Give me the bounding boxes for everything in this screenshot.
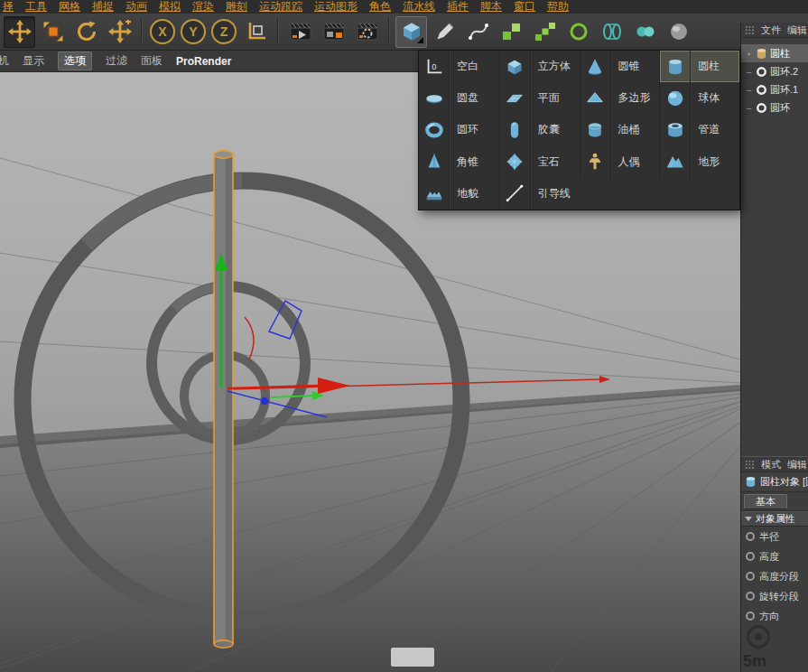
move-gizmo[interactable] <box>215 253 350 417</box>
object-properties-section[interactable]: 对象属性 <box>741 511 808 527</box>
menu-item-mograph[interactable]: 运动图形 <box>314 1 358 13</box>
last-tool-button[interactable] <box>104 16 135 48</box>
primitive-item-pyramid[interactable]: 角锥 <box>419 146 499 178</box>
primitive-item-gem[interactable]: 宝石 <box>499 146 580 178</box>
selected-cylinder[interactable] <box>214 151 233 648</box>
render-view-button[interactable] <box>284 16 316 48</box>
viewport-menu-prorender[interactable]: ProRender <box>176 55 231 68</box>
menu-item-simulate[interactable]: 模拟 <box>159 1 181 13</box>
rotate-tool-button[interactable] <box>70 16 102 48</box>
property-row-rotation-segments[interactable]: 旋转分段 <box>741 586 808 606</box>
metaball-button[interactable] <box>629 16 661 48</box>
panel-grip-icon[interactable] <box>745 460 755 470</box>
z-axis-lock-button[interactable]: Z <box>211 19 237 44</box>
keyframe-ring-icon[interactable] <box>746 572 755 581</box>
property-row-orientation[interactable]: 方向 <box>741 606 808 626</box>
object-row-torus-1[interactable]: ‒ 圆环.1 <box>741 80 808 98</box>
object-row-torus-2[interactable]: ‒ 圆环.2 <box>741 62 808 80</box>
menu-item-script[interactable]: 脚本 <box>480 1 502 13</box>
field-icon <box>567 20 590 43</box>
primitive-item-tube[interactable]: 管道 <box>659 114 739 145</box>
menu-item-help[interactable]: 帮助 <box>547 1 569 13</box>
render-settings-button[interactable] <box>351 16 383 48</box>
menu-item-character[interactable]: 角色 <box>369 1 391 13</box>
primitive-item-cylinder[interactable]: 圆柱 <box>659 51 739 82</box>
om-menu-file[interactable]: 文件 <box>761 23 781 37</box>
om-menu-edit[interactable]: 编辑 <box>787 23 807 37</box>
primitive-item-plane[interactable]: 平面 <box>499 82 580 114</box>
keyframe-ring-icon[interactable] <box>746 592 755 601</box>
object-label: 圆柱 <box>770 47 790 61</box>
menu-item-plugins[interactable]: 插件 <box>447 1 469 13</box>
primitive-item-cone[interactable]: 圆锥 <box>580 51 660 82</box>
viewport-menu-camera-partial[interactable]: 机 <box>0 53 9 69</box>
viewport-menu-options[interactable]: 选项 <box>58 51 92 70</box>
x-handle-arrowhead[interactable] <box>318 378 350 394</box>
primitive-label: 球体 <box>691 90 720 106</box>
y-axis-lock-button[interactable]: Y <box>181 19 206 44</box>
property-row-height[interactable]: 高度 <box>741 546 808 566</box>
viewport-menu-display[interactable]: 显示 <box>23 53 44 69</box>
move-tool-button[interactable] <box>4 16 35 48</box>
primitive-item-sphere[interactable]: 球体 <box>659 82 739 114</box>
x-axis-lock-button[interactable]: X <box>150 19 175 44</box>
attr-menu-edit[interactable]: 编辑 <box>787 458 807 471</box>
render-picture-viewer-button[interactable] <box>318 16 349 48</box>
property-label: 高度 <box>759 550 779 564</box>
menu-item-animate[interactable]: 动画 <box>125 1 147 13</box>
primitive-item-disc[interactable]: 圆盘 <box>419 82 499 114</box>
menu-item-pipeline[interactable]: 流水线 <box>403 1 435 13</box>
capsule-icon <box>500 114 531 145</box>
z-handle-knob[interactable] <box>261 397 268 405</box>
menu-item-window[interactable]: 窗口 <box>514 1 535 13</box>
primitive-item-landscape[interactable]: 地形 <box>659 146 739 178</box>
tab-basic[interactable]: 基本 <box>744 494 787 509</box>
menu-item-mesh[interactable]: 网格 <box>59 1 80 13</box>
primitive-item-capsule[interactable]: 胶囊 <box>499 114 580 145</box>
section-title: 对象属性 <box>756 512 795 526</box>
polygon-icon <box>580 82 611 114</box>
menu-item-tools[interactable]: 工具 <box>25 1 47 13</box>
menu-item-snap[interactable]: 捕捉 <box>92 1 114 13</box>
primitive-item-guide[interactable]: 引导线 <box>499 178 580 210</box>
torus-object-icon <box>756 84 767 96</box>
primitive-label: 平面 <box>531 90 560 106</box>
sweep-button[interactable] <box>596 16 627 48</box>
object-manager-header: 文件 编辑 <box>741 23 808 38</box>
render-view-icon <box>288 20 313 43</box>
object-row-cylinder[interactable]: ▪ 圆柱 <box>741 44 808 62</box>
menu-item-partial[interactable]: 择 <box>3 1 14 13</box>
keyframe-ring-icon[interactable] <box>746 552 755 561</box>
property-row-radius[interactable]: 半径 <box>741 527 808 546</box>
scale-tool-button[interactable] <box>37 16 69 48</box>
watermark-circle-icon <box>747 625 770 649</box>
primitives-button[interactable] <box>395 16 427 48</box>
primitive-item-torus[interactable]: 圆环 <box>419 114 499 145</box>
attr-menu-mode[interactable]: 模式 <box>761 458 781 471</box>
viewport-menu-filter[interactable]: 过滤 <box>106 53 127 69</box>
primitive-item-null[interactable]: 0 空白 <box>419 51 499 82</box>
cone-icon <box>580 51 611 82</box>
cloner-button[interactable] <box>529 16 561 48</box>
keyframe-ring-icon[interactable] <box>746 611 755 621</box>
primitive-item-figure[interactable]: 人偶 <box>580 146 660 178</box>
coordinate-system-button[interactable] <box>240 16 272 48</box>
spline-pen-button[interactable] <box>429 16 460 48</box>
primitive-item-oil-tank[interactable]: 油桶 <box>580 114 660 145</box>
primitive-item-polygon[interactable]: 多边形 <box>580 82 660 114</box>
menu-item-sculpt[interactable]: 雕刻 <box>226 1 247 13</box>
primitive-item-relief[interactable]: 地貌 <box>419 178 499 210</box>
object-row-torus[interactable]: ‒ 圆环 <box>741 98 808 117</box>
primitive-item-cube[interactable]: 立方体 <box>499 51 580 82</box>
panel-grip-icon[interactable] <box>745 25 755 35</box>
torus-object-icon <box>756 66 767 78</box>
simulation-button[interactable] <box>663 16 694 48</box>
property-row-height-segments[interactable]: 高度分段 <box>741 566 808 586</box>
spline-tool-button[interactable] <box>462 16 494 48</box>
viewport-menu-panel[interactable]: 面板 <box>141 53 163 69</box>
menu-item-motion-tracker[interactable]: 运动跟踪 <box>259 1 302 13</box>
menu-item-render[interactable]: 渲染 <box>192 1 214 13</box>
field-button[interactable] <box>562 16 594 48</box>
mograph-button[interactable] <box>496 16 527 48</box>
keyframe-ring-icon[interactable] <box>746 532 755 541</box>
